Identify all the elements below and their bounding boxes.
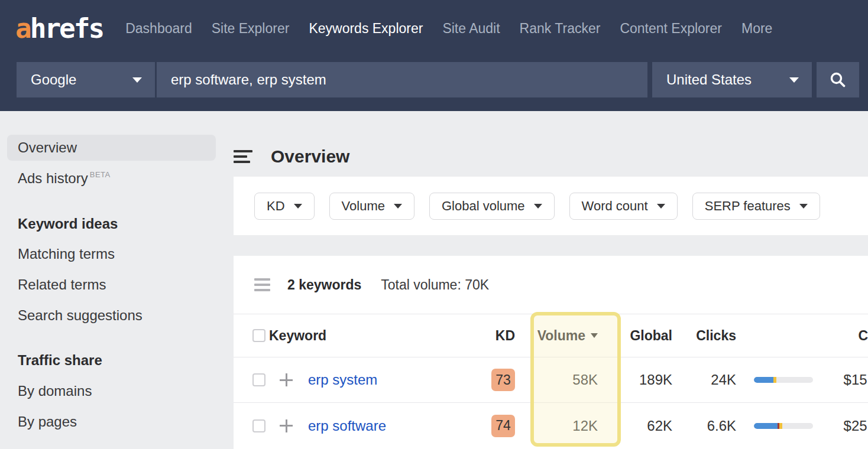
sidebar-item-label: Overview <box>18 139 77 156</box>
column-header-cpc[interactable]: CPC <box>813 328 868 344</box>
chevron-down-icon <box>132 77 142 83</box>
magnifier-icon <box>828 70 847 89</box>
filter-volume-button[interactable]: Volume <box>329 193 414 220</box>
main-nav: Dashboard Site Explorer Keywords Explore… <box>125 21 772 37</box>
row-checkbox[interactable] <box>252 373 265 386</box>
ahrefs-logo[interactable]: ahrefs <box>15 12 103 44</box>
top-navigation: ahrefs Dashboard Site Explorer Keywords … <box>0 0 868 57</box>
sidebar-item-by-pages[interactable]: By pages <box>18 414 77 430</box>
collapse-sidebar-icon[interactable] <box>234 150 252 163</box>
keyword-link[interactable]: erp system <box>308 372 377 388</box>
keywords-table: 2 keywords Total volume: 70K Keyword KD … <box>234 256 868 449</box>
sidebar-item-ads-history[interactable]: Ads historyBETA <box>18 170 111 187</box>
sidebar: Overview Ads historyBETA Keyword ideas M… <box>0 111 222 449</box>
bar-segment-yellow <box>773 377 776 383</box>
filter-label: SERP features <box>705 199 791 214</box>
keywords-input[interactable] <box>157 62 647 97</box>
clicks-distribution-bar <box>754 423 813 429</box>
chevron-down-icon <box>657 204 665 209</box>
sidebar-item-search-suggestions[interactable]: Search suggestions <box>18 307 142 324</box>
table-row: erp software 74 12K 62K 6.6K $25.00 <box>234 403 868 448</box>
clicks-distribution-bar <box>754 377 813 383</box>
nav-site-explorer[interactable]: Site Explorer <box>212 21 290 37</box>
sidebar-item-overview[interactable]: Overview <box>7 135 216 161</box>
search-button[interactable] <box>817 62 859 97</box>
table-row: erp system 73 58K 189K 24K $15.00 <box>234 357 868 403</box>
search-engine-select[interactable]: Google <box>17 62 155 97</box>
filter-word-count-button[interactable]: Word count <box>569 193 678 220</box>
chevron-down-icon <box>294 204 302 209</box>
beta-badge: BETA <box>90 170 111 179</box>
table-header-row: Keyword KD Volume Global Clicks CPC <box>234 314 868 357</box>
kd-badge: 73 <box>491 369 515 391</box>
bar-segment-blue <box>754 423 778 429</box>
keyword-link[interactable]: erp software <box>308 418 386 434</box>
global-value: 189K <box>598 372 672 388</box>
add-to-list-icon[interactable] <box>280 373 293 386</box>
column-header-global[interactable]: Global <box>598 328 672 344</box>
volume-value: 58K <box>515 372 598 388</box>
chevron-down-icon <box>799 204 808 209</box>
clicks-value: 24K <box>672 372 736 388</box>
filter-kd-button[interactable]: KD <box>254 193 315 220</box>
page-title-row: Overview <box>234 135 349 178</box>
nav-rank-tracker[interactable]: Rank Tracker <box>520 21 601 37</box>
column-header-clicks[interactable]: Clicks <box>672 328 736 344</box>
chevron-down-icon <box>789 77 799 83</box>
total-volume: Total volume: 70K <box>381 277 489 293</box>
chevron-down-icon <box>534 204 542 209</box>
cpc-value: $25.00 <box>813 418 868 434</box>
nav-keywords-explorer[interactable]: Keywords Explorer <box>309 21 423 37</box>
page-title: Overview <box>271 147 349 167</box>
clicks-value: 6.6K <box>672 418 736 434</box>
filters-bar: KD Volume Global volume Word count SERP … <box>234 177 868 235</box>
chevron-down-icon <box>394 204 402 209</box>
column-header-keyword[interactable]: Keyword <box>269 328 480 344</box>
search-bar: Google United States <box>0 57 868 111</box>
cpc-value: $15.00 <box>813 372 868 388</box>
sidebar-item-matching-terms[interactable]: Matching terms <box>18 246 115 262</box>
sidebar-item-label: Ads history <box>18 170 88 186</box>
filter-label: Word count <box>582 199 648 214</box>
table-toolbar: 2 keywords Total volume: 70K <box>234 256 868 314</box>
sidebar-item-by-domains[interactable]: By domains <box>18 383 92 399</box>
sidebar-header-keyword-ideas: Keyword ideas <box>18 216 118 232</box>
filter-label: Volume <box>342 199 385 214</box>
bar-segment-yellow <box>779 423 782 429</box>
logo-rest: hrefs <box>30 12 103 44</box>
filter-serp-features-button[interactable]: SERP features <box>692 193 820 220</box>
list-menu-icon[interactable] <box>254 278 270 291</box>
nav-content-explorer[interactable]: Content Explorer <box>620 21 722 37</box>
column-header-volume[interactable]: Volume <box>515 328 598 344</box>
search-engine-value: Google <box>31 71 76 88</box>
global-value: 62K <box>598 418 672 434</box>
volume-value: 12K <box>515 418 598 434</box>
app-header: ahrefs Dashboard Site Explorer Keywords … <box>0 0 868 111</box>
filter-label: KD <box>267 199 285 214</box>
kd-badge: 74 <box>491 415 515 437</box>
nav-more[interactable]: More <box>741 21 772 37</box>
row-checkbox[interactable] <box>252 419 265 432</box>
country-value: United States <box>666 71 752 88</box>
filter-label: Global volume <box>442 199 525 214</box>
sidebar-header-traffic-share: Traffic share <box>18 352 102 369</box>
sidebar-item-related-terms[interactable]: Related terms <box>18 276 106 293</box>
nav-site-audit[interactable]: Site Audit <box>442 21 500 37</box>
select-all-checkbox[interactable] <box>252 329 265 342</box>
sort-desc-icon <box>591 333 598 338</box>
nav-dashboard[interactable]: Dashboard <box>125 21 192 37</box>
filter-global-volume-button[interactable]: Global volume <box>429 193 555 220</box>
bar-segment-blue <box>754 377 773 383</box>
add-to-list-icon[interactable] <box>280 419 293 432</box>
keywords-count: 2 keywords <box>287 277 361 293</box>
country-select[interactable]: United States <box>652 62 812 97</box>
column-header-kd[interactable]: KD <box>480 328 515 344</box>
logo-accent-letter: a <box>15 12 30 44</box>
keywords-explorer-page: ahrefs Dashboard Site Explorer Keywords … <box>0 0 868 449</box>
